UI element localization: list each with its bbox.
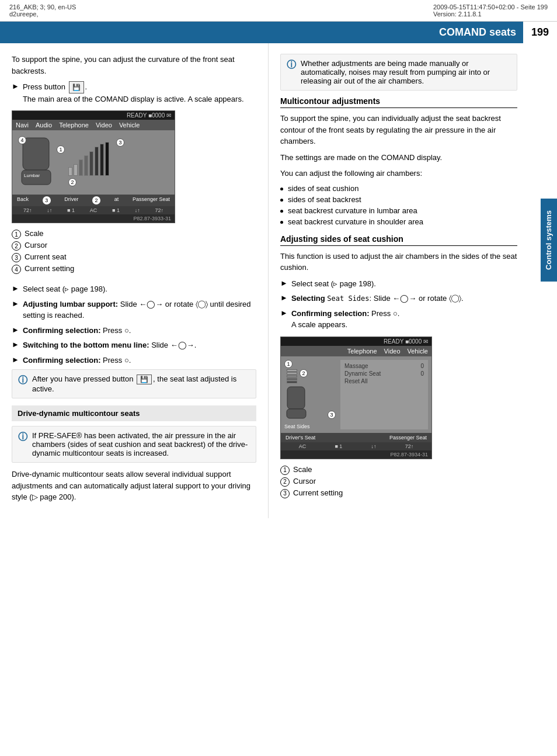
- num3-area: 3: [116, 137, 124, 147]
- r-confirm-sel-bullet: ► Confirming selection: Press ○.A scale …: [280, 308, 517, 331]
- screen-top-bar-1: READY ■0000 ✉: [12, 111, 175, 120]
- scale-display: 2: [68, 141, 109, 186]
- screen-footer-1: P82.87-3933-31: [12, 214, 175, 223]
- confirm-sel-bullet-2: ► Confirming selection: Press ○.: [12, 355, 256, 366]
- chamber-3: seat backrest curvature in lumbar area: [280, 206, 517, 215]
- chamber-1: sides of seat cushion: [280, 184, 517, 193]
- svg-rect-4: [287, 409, 306, 418]
- chamber-2: sides of seat backrest: [280, 195, 517, 204]
- info-icon-1: ⓘ: [18, 374, 27, 387]
- adj-sides-title: Adjusting sides of seat cushion: [280, 234, 517, 246]
- left-column: To support the spine, you can adjust the…: [0, 43, 269, 518]
- numbered-list-1: 1 Scale 2 Cursor 3 Current seat 4 Curren…: [12, 229, 256, 274]
- screen-top-bar-2: READY ■0000 ✉: [281, 337, 431, 346]
- info-box-1: ⓘ After you have pressed button 💾, the s…: [12, 369, 256, 398]
- num-label-4: 4: [18, 136, 26, 144]
- right-column: ⓘ Whether adjustments are being made man…: [269, 43, 541, 518]
- settings-made: The settings are made on the COMAND disp…: [280, 152, 517, 164]
- list-item-1: 1 Scale: [12, 229, 256, 239]
- num-label-1: 1: [57, 145, 65, 154]
- button-icon: 💾: [69, 81, 84, 93]
- numbered-list-2: 1 Scale 2 Cursor 3 Current setting: [280, 465, 517, 498]
- left-intro: To support the spine, you can adjust the…: [12, 54, 256, 77]
- list-item-4: 4 Current setting: [12, 264, 256, 274]
- screen-nav-bar-1: Navi Audio Telephone Video Vehicle: [12, 120, 175, 130]
- screen-nav-bar-2: Telephone Video Vehicle: [281, 346, 431, 356]
- info-icon-2: ⓘ: [18, 431, 27, 443]
- list-item-3: 3 Current seat: [12, 252, 256, 262]
- btn-icon-inline: 💾: [137, 374, 152, 384]
- seat-sides-label: Seat Sides: [284, 424, 337, 429]
- seat-area: 4 Lumbar 1: [17, 135, 64, 189]
- info-box-2: ⓘ If PRE-SAFE® has been activated, the a…: [12, 426, 256, 463]
- page-number-box: 199: [522, 22, 557, 43]
- switch-bottom-bullet: ► Switching to the bottom menu line: Sli…: [12, 339, 256, 351]
- num-label-2: 2: [68, 178, 76, 186]
- adjust-intro: You can adjust the following air chamber…: [280, 168, 517, 179]
- header-bar: 216_AKB; 3; 90, en-US d2ureepe, 2009-05-…: [0, 0, 557, 22]
- r-list-item-1: 1 Scale: [280, 465, 517, 475]
- confirm-sel-bullet-1: ► Confirming selection: Press ○.: [12, 325, 256, 337]
- left-seat-area: 1 2 Seat Sides: [284, 360, 337, 429]
- screen-body-2: 1 2 Seat Sides: [281, 356, 431, 433]
- list-item-2: 2 Cursor: [12, 241, 256, 251]
- page-title-bar: COMAND seats 199: [0, 22, 557, 43]
- screen-bottom-bar-1: Back 3 Driver 2 at Passenger Seat: [12, 195, 175, 206]
- right-info-icon-1: ⓘ: [287, 59, 296, 71]
- adj-sides-intro: This function is used to adjust the air …: [280, 251, 517, 273]
- screen-values-bar-2: AC ■ 1 ↓↑ 72↑: [281, 442, 431, 450]
- side-tab: Control systems: [541, 199, 557, 282]
- right-info-box-1: ⓘ Whether adjustments are being made man…: [280, 54, 517, 91]
- screen-values-bar: 72↑ ↓↑ ■ 1 AC ■ 1 ↓↑ 72↑: [12, 206, 175, 214]
- screen-footer-2: P82.87-3934-31: [281, 450, 431, 459]
- screen-display-2: READY ■0000 ✉ Telephone Video Vehicle 1: [280, 337, 432, 459]
- screen-display-1: READY ■0000 ✉ Navi Audio Telephone Video…: [12, 110, 175, 223]
- drive-dynamic-para: Drive-dynamic multicontour seats allow s…: [12, 469, 256, 503]
- adjust-lumbar-bullet: ► Adjusting lumbar support: Slide ←◯→ or…: [12, 299, 256, 321]
- header-right: 2009-05-15T11:47:50+02:00 - Seite 199 Ve…: [433, 4, 548, 18]
- svg-rect-3: [287, 387, 305, 409]
- screen-bottom-bar-2: Driver's Seat Passenger Seat: [281, 433, 431, 442]
- multicontour-intro: To support the spine, you can individual…: [280, 113, 517, 147]
- svg-rect-0: [23, 138, 49, 170]
- r-selecting-bullet: ► Selecting Seat Sides: Slide ←◯→ or rot…: [280, 293, 517, 304]
- multicontour-title: Multicontour adjustments: [280, 96, 517, 108]
- press-button-item: ► Press button 💾. The main area of the C…: [12, 81, 256, 105]
- page-title: COMAND seats: [439, 26, 516, 38]
- r-select-seat-bullet: ► Select seat (▹ page 198).: [280, 278, 517, 290]
- screen-body-1: 4 Lumbar 1: [12, 130, 175, 195]
- section-header-1: Drive-dynamic multicontour seats: [12, 405, 256, 421]
- arrow-icon: ►: [12, 82, 19, 91]
- seat-svg-2: [284, 386, 314, 421]
- svg-text:Lumbar: Lumbar: [24, 173, 40, 178]
- press-button-text: Press button 💾. The main area of the COM…: [23, 81, 244, 105]
- header-left: 216_AKB; 3; 90, en-US d2ureepe,: [9, 4, 76, 18]
- num-label-3: 3: [116, 138, 124, 147]
- r-list-item-2: 2 Cursor: [280, 477, 517, 487]
- r-list-item-3: 3 Current setting: [280, 488, 517, 498]
- chamber-4: seat backrest curvature in shoulder area: [280, 217, 517, 226]
- right-menu-area: Massage 0 Dynamic Seat 0 Reset All: [340, 360, 428, 429]
- select-seat-bullet: ► Select seat (▹ page 198).: [12, 283, 256, 295]
